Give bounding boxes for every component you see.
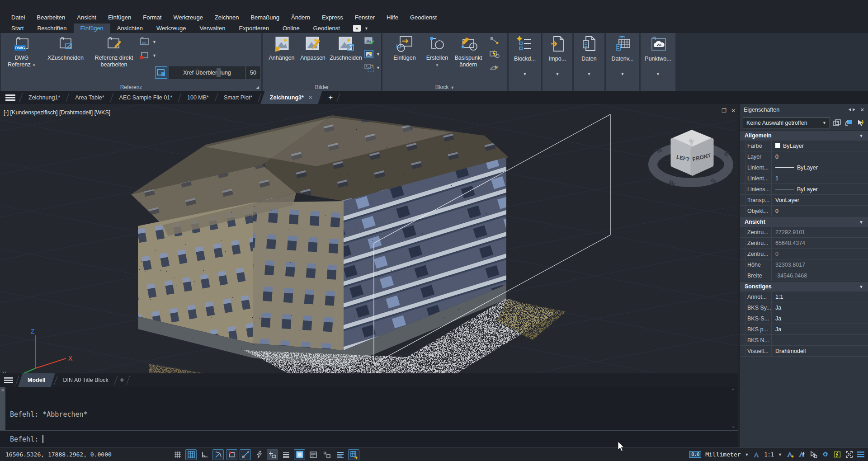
status-grid-display-toggle[interactable] <box>172 449 183 460</box>
ribbon-panel-import[interactable]: Impo... ▼ <box>542 33 572 91</box>
menu-express[interactable]: Express <box>316 12 349 23</box>
tab-close-icon[interactable]: ✕ <box>308 94 313 101</box>
ribbon-tab-werkzeuge[interactable]: Werkzeuge <box>150 24 193 33</box>
property-row-breite[interactable]: Breite -34546.0468 <box>740 270 868 281</box>
select-objects-icon[interactable] <box>844 119 854 127</box>
selection-cycling-icon[interactable] <box>810 451 817 458</box>
selection-dropdown[interactable]: Keine Auswahl getroffen▼ <box>743 118 830 128</box>
menu-datei[interactable]: Datei <box>5 12 31 23</box>
block-erstellen-button[interactable]: Erstellen ▼ <box>421 35 453 69</box>
command-scrollbar[interactable]: ⌃ ⌄ <box>730 388 736 428</box>
menu-ansicht[interactable]: Ansicht <box>71 12 102 23</box>
panel-expand-chevron[interactable]: ▼ <box>542 72 572 76</box>
property-row-objekthoehe[interactable]: Objekt... 0 <box>740 206 868 216</box>
units-selector[interactable]: Millimeter <box>705 451 741 458</box>
status-lineweight-toggle[interactable] <box>280 449 292 460</box>
ribbon-panel-datenverknuepfung[interactable]: Datenv... ▼ <box>606 33 639 91</box>
dropdown-chevron[interactable]: ▼ <box>152 40 156 44</box>
ribbon-tab-online[interactable]: Online <box>276 24 307 33</box>
bild-anhaengen-button[interactable]: Anhängen <box>266 35 297 61</box>
doc-tab-zeichnung1[interactable]: Zeichnung1* <box>21 91 67 104</box>
property-row-linientyp[interactable]: Linient... ByLayer <box>740 162 868 173</box>
xref-layer-button[interactable]: ▼ <box>139 50 156 61</box>
drawing-viewport[interactable]: N W S E -Y LEFT FRONT Z X Y <box>0 104 738 373</box>
block-basispunkt-button[interactable]: Basispunkt ändern <box>450 35 486 68</box>
scale-dropdown-chevron[interactable]: ▼ <box>778 452 782 457</box>
bild-zuschneiden-button[interactable]: Zuschneiden <box>329 35 363 61</box>
property-row-farbe[interactable]: Farbe ByLayer <box>740 141 868 151</box>
annotation-autoscale-icon[interactable] <box>798 451 806 458</box>
ribbon-tab-beschriften[interactable]: Beschriften <box>30 24 73 33</box>
dropdown-chevron[interactable]: ▼ <box>376 66 380 70</box>
panel-expand-chevron[interactable]: ▼ <box>509 72 541 76</box>
units-dropdown-chevron[interactable]: ▼ <box>745 452 749 457</box>
annotation-visibility-icon[interactable] <box>786 451 794 458</box>
viewport-controls-label[interactable]: [-] [Kundenspezifisch] [Drahtmodell] [WK… <box>4 109 110 116</box>
ribbon-panel-daten[interactable]: Daten ▼ <box>574 33 604 91</box>
menu-werkzeuge[interactable]: Werkzeuge <box>167 12 209 23</box>
image-frame-button[interactable]: ▼ <box>364 49 380 59</box>
block-flatten-button[interactable] <box>489 63 500 73</box>
doc-tab-aec-sample[interactable]: AEC Sample File 01* <box>112 91 179 104</box>
property-row-bks-symbol[interactable]: BKS Sy... Ja <box>740 302 868 313</box>
property-row-linientypfaktor[interactable]: Linient... 1 <box>740 173 868 184</box>
ribbon-collapse-button[interactable]: ▲ <box>353 25 361 32</box>
menu-bemassung[interactable]: Bemaßung <box>245 12 285 23</box>
panel-expand-chevron[interactable]: ▼ <box>606 72 639 76</box>
status-copy-guides-toggle[interactable] <box>321 449 332 460</box>
command-prompt[interactable]: Befehl: <box>0 430 738 447</box>
xref-fade-value[interactable]: 50 <box>246 66 260 79</box>
xref-frame-button[interactable]: (x) ▼ <box>139 37 156 47</box>
ribbon-tab-verwalten[interactable]: Verwalten <box>193 24 232 33</box>
menu-fenster[interactable]: Fenster <box>349 12 381 23</box>
layout-tab-modell-active[interactable]: Modell <box>18 373 55 387</box>
property-row-bks-pro-ansicht[interactable]: BKS p... Ja <box>740 324 868 335</box>
xref-fade-toggle[interactable] <box>155 66 167 79</box>
hardware-acceleration-icon[interactable] <box>833 451 841 458</box>
status-transparency-toggle[interactable] <box>294 449 305 460</box>
status-polar-toggle[interactable] <box>212 449 224 460</box>
menu-bearbeiten[interactable]: Bearbeiten <box>31 12 71 23</box>
section-sonstiges[interactable]: Sonstiges▼ <box>740 281 868 292</box>
menu-aendern[interactable]: Ändern <box>285 12 316 23</box>
section-allgemein[interactable]: Allgemein▼ <box>740 130 868 141</box>
scroll-down-icon[interactable]: ⌄ <box>731 423 735 428</box>
panel-launcher-icon[interactable]: ◢ <box>256 85 259 89</box>
ribbon-options-chevron[interactable]: ▼ <box>364 26 368 31</box>
ribbon-tab-start[interactable]: Start <box>5 24 30 33</box>
image-show-button[interactable] <box>364 36 375 46</box>
status-etrack-toggle[interactable] <box>240 449 251 460</box>
ribbon-tab-exportieren[interactable]: Exportieren <box>232 24 276 33</box>
doc-tab-smart-plot[interactable]: Smart Plot* <box>217 91 259 104</box>
ribbon-panel-punktwolke[interactable]: Punktwo... ▼ <box>641 33 675 91</box>
ribbon-tab-einfuegen[interactable]: Einfügen <box>74 24 110 33</box>
panel-expand-chevron[interactable]: ▼ <box>574 72 604 76</box>
xzuschneiden-button[interactable]: XZuschneiden <box>42 35 89 61</box>
dropdown-chevron[interactable]: ▼ <box>152 53 156 58</box>
doc-tab-area-table[interactable]: Area Table* <box>68 91 111 104</box>
section-ansicht[interactable]: Ansicht▼ <box>740 216 868 227</box>
block-einfuegen-button[interactable]: Einfügen <box>389 35 420 61</box>
settings-gear-icon[interactable] <box>821 451 829 458</box>
panel-close-icon[interactable]: ✕ <box>860 107 864 113</box>
doc-tab-100mb[interactable]: 100 MB* <box>180 91 216 104</box>
dropdown-chevron[interactable]: ▼ <box>376 52 380 56</box>
property-row-zentrum-x[interactable]: Zentru... 27292.9101 <box>740 227 868 238</box>
property-row-visueller-stil[interactable]: Visuell... Drahtmodell <box>740 346 868 357</box>
block-sync-button[interactable] <box>489 49 500 59</box>
status-esnap-toggle[interactable] <box>226 449 237 460</box>
layout-tab-din-a0[interactable]: DIN A0 Title Block <box>56 373 116 387</box>
property-row-hoehe[interactable]: Höhe 32303.8017 <box>740 259 868 270</box>
property-row-bks-symbol-ursprung[interactable]: BKS-S... Ja <box>740 313 868 324</box>
viewport-restore-icon[interactable]: ❐ <box>722 108 726 114</box>
status-ruler-toggle[interactable] <box>335 449 346 460</box>
status-tablet-toggle[interactable] <box>348 449 359 460</box>
new-document-tab-button[interactable]: + <box>323 91 338 104</box>
status-menu-icon[interactable] <box>857 452 864 457</box>
annotation-scale-value[interactable]: 1:1 <box>764 452 774 458</box>
status-snap-toggle[interactable] <box>185 449 197 460</box>
fullscreen-icon[interactable] <box>845 451 853 458</box>
menu-geodienst[interactable]: Geodienst <box>404 12 443 23</box>
status-ortho-toggle[interactable] <box>199 449 210 460</box>
quick-select-icon[interactable] <box>833 119 842 127</box>
